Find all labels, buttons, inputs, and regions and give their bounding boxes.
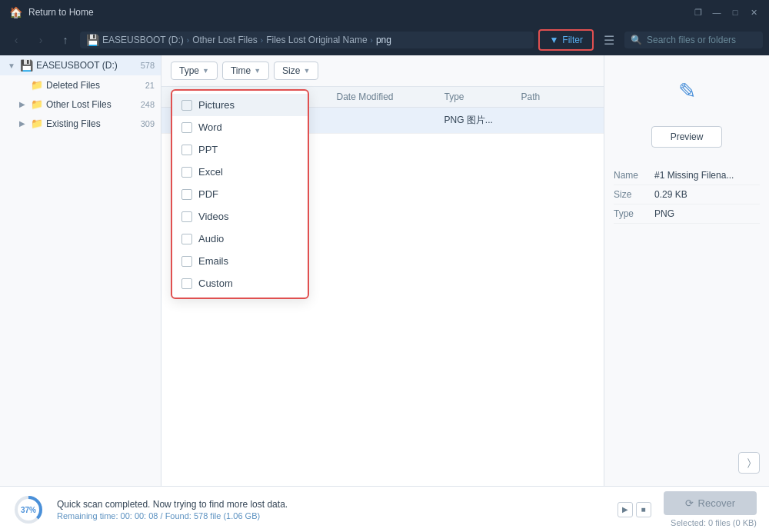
sidebar-deleted-label: Deleted Files (46, 80, 100, 91)
size-filter-label: Size (282, 65, 300, 76)
type-option-custom[interactable]: Custom (172, 272, 308, 294)
sidebar-item-other-lost[interactable]: ▶ 📁 Other Lost Files 248 (0, 95, 161, 114)
sidebar: ▼ 💾 EASEUSBOOT (D:) 578 📁 Deleted Files … (0, 55, 161, 486)
type-option-emails[interactable]: Emails (172, 250, 308, 272)
menu-button[interactable]: ☰ (598, 29, 620, 51)
breadcrumb-part1[interactable]: Other Lost Files (192, 35, 258, 45)
minimize-btn[interactable]: — (711, 6, 723, 18)
restore-btn[interactable]: ❐ (692, 6, 704, 18)
status-bar: 37% Quick scan completed. Now trying to … (0, 486, 769, 532)
search-input[interactable] (647, 35, 757, 45)
size-filter-chip[interactable]: Size ▼ (274, 62, 318, 80)
time-filter-chip[interactable]: Time ▼ (222, 62, 269, 80)
breadcrumb-sep2: › (261, 36, 263, 45)
sidebar-deleted-count: 21 (145, 81, 155, 90)
breadcrumb-part2[interactable]: Files Lost Original Name (266, 35, 367, 45)
type-checkbox-excel[interactable] (181, 167, 192, 178)
sidebar-item-drive[interactable]: ▼ 💾 EASEUSBOOT (D:) 578 (0, 55, 161, 75)
right-panel: ✎ Preview Name #1 Missing Filena... Size… (604, 55, 769, 486)
tree-toggle-existing: ▶ (17, 119, 28, 128)
type-option-videos[interactable]: Videos (172, 205, 308, 228)
breadcrumb-part3[interactable]: png (376, 35, 391, 45)
window-controls: ❐ — □ ✕ (692, 6, 760, 18)
file-meta: Name #1 Missing Filena... Size 0.29 KB T… (614, 166, 760, 224)
meta-size-row: Size 0.29 KB (614, 185, 760, 204)
recover-button[interactable]: ⟳ Recover (664, 491, 757, 515)
breadcrumb: 💾 EASEUSBOOT (D:) › Other Lost Files › F… (80, 32, 534, 48)
sidebar-item-existing[interactable]: ▶ 📁 Existing Files 309 (0, 114, 161, 133)
preview-button[interactable]: Preview (651, 126, 723, 148)
type-option-pdf[interactable]: PDF (172, 183, 308, 205)
type-filter-label: Type (179, 65, 199, 76)
type-filter-chip[interactable]: Type ▼ (171, 62, 218, 80)
type-option-audio-label: Audio (198, 233, 224, 244)
app-icon: 🏠 (9, 6, 22, 18)
status-sub-text: Remaining time: 00: 00: 08 / Found: 578 … (57, 511, 605, 520)
selected-info: Selected: 0 files (0 KB) (671, 518, 757, 527)
meta-name-label: Name (614, 170, 648, 181)
existing-folder-icon: 📁 (31, 118, 43, 129)
type-option-ppt-label: PPT (198, 144, 218, 155)
col-date: Date Modified (337, 91, 444, 102)
meta-type-label: Type (614, 208, 648, 219)
main-layout: ▼ 💾 EASEUSBOOT (D:) 578 📁 Deleted Files … (0, 55, 769, 486)
type-checkbox-custom[interactable] (181, 278, 192, 289)
play-btn[interactable]: ▶ (618, 502, 633, 517)
breadcrumb-sep3: › (371, 36, 373, 45)
type-filter-arrow: ▼ (202, 67, 209, 75)
type-option-audio[interactable]: Audio (172, 228, 308, 250)
nav-up-btn[interactable]: ↑ (55, 30, 75, 50)
type-option-excel-label: Excel (198, 166, 223, 178)
filter-label: Filter (562, 35, 583, 45)
sidebar-other-lost-count: 248 (141, 100, 155, 109)
close-btn[interactable]: ✕ (747, 6, 760, 18)
type-checkbox-word[interactable] (181, 122, 192, 133)
sidebar-existing-label: Existing Files (46, 118, 101, 129)
breadcrumb-sep1: › (187, 36, 189, 45)
preview-label: Preview (671, 131, 704, 142)
type-checkbox-pdf[interactable] (181, 189, 192, 200)
edit-icon: ✎ (678, 78, 696, 104)
recover-label: Recover (698, 497, 735, 509)
filter-button[interactable]: ▼ Filter (538, 29, 594, 51)
content-area: Type ▼ Time ▼ Size ▼ Pictures Word (161, 55, 604, 486)
type-checkbox-videos[interactable] (181, 211, 192, 222)
recover-section: ⟳ Recover Selected: 0 files (0 KB) (664, 491, 757, 527)
type-option-ppt[interactable]: PPT (172, 138, 308, 161)
type-dropdown: Pictures Word PPT Excel PDF Videos (171, 89, 309, 299)
breadcrumb-drive[interactable]: EASEUSBOOT (D:) (102, 35, 184, 45)
other-lost-folder-icon: 📁 (31, 98, 43, 110)
type-option-word-label: Word (198, 121, 222, 133)
status-controls: ▶ ■ (618, 502, 651, 517)
time-filter-label: Time (231, 65, 251, 76)
col-type: Type (444, 91, 521, 102)
sidebar-item-deleted[interactable]: 📁 Deleted Files 21 (0, 75, 161, 95)
type-checkbox-audio[interactable] (181, 234, 192, 244)
nav-next-button[interactable]: 〉 (738, 452, 760, 474)
row-type: PNG 图片... (444, 114, 521, 127)
type-option-word[interactable]: Word (172, 116, 308, 138)
type-option-pdf-label: PDF (198, 188, 218, 200)
stop-btn[interactable]: ■ (636, 502, 651, 517)
sidebar-other-lost-label: Other Lost Files (46, 99, 112, 110)
type-checkbox-pictures[interactable] (181, 100, 192, 111)
type-option-pictures[interactable]: Pictures (172, 94, 308, 116)
recover-icon: ⟳ (685, 497, 694, 509)
time-filter-arrow: ▼ (254, 67, 261, 75)
size-filter-arrow: ▼ (303, 67, 310, 75)
nav-forward-btn[interactable]: › (31, 30, 51, 50)
status-text: Quick scan completed. Now trying to find… (57, 499, 605, 520)
search-box: 🔍 (624, 32, 763, 48)
row-path (521, 114, 595, 127)
type-checkbox-ppt[interactable] (181, 145, 192, 155)
maximize-btn[interactable]: □ (729, 6, 741, 18)
meta-name-row: Name #1 Missing Filena... (614, 166, 760, 185)
progress-circle: 37% (12, 494, 45, 526)
type-checkbox-emails[interactable] (181, 256, 192, 267)
app-title: Return to Home (28, 7, 692, 18)
type-option-excel[interactable]: Excel (172, 161, 308, 183)
type-option-custom-label: Custom (198, 278, 233, 289)
breadcrumb-drive-icon: 💾 (86, 34, 99, 46)
nav-back-btn[interactable]: ‹ (6, 30, 26, 50)
type-option-emails-label: Emails (198, 255, 228, 267)
